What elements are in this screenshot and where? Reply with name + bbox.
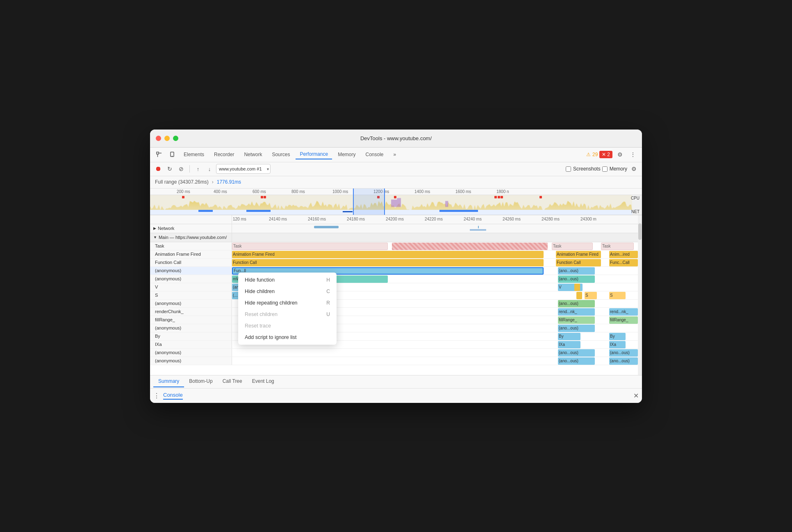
task-block-1[interactable]: Task [232,243,388,250]
download-button[interactable]: ↓ [205,164,214,174]
tab-event-log[interactable]: Event Log [247,376,279,387]
flame-label-task[interactable]: Task [150,242,232,250]
anon-3-block-2[interactable]: (ano...ous) [558,300,595,307]
context-menu-item-ignore-list[interactable]: Add script to ignore list [238,332,337,343]
task-block-red[interactable] [392,243,548,250]
scrollbar[interactable] [638,215,642,375]
flame-label-anon-2[interactable]: (anonymous) [150,275,232,283]
anon-4-block[interactable]: (ano...ous) [558,325,595,332]
flame-content-func-call[interactable]: Function Call Function Call Func...Call [232,259,642,266]
anon-5-block-2[interactable]: (ano...ous) [609,349,638,357]
device-icon[interactable] [166,149,178,160]
flame-label-anon-1[interactable]: (anonymous) [150,267,232,275]
record-button[interactable]: ⏺ [153,164,163,174]
animation-block-3[interactable]: Anim...ired [609,251,638,258]
by-block-3[interactable]: By [609,333,626,340]
flame-label-render[interactable]: renderChunk_ [150,308,232,316]
s-block-2[interactable]: S [585,292,597,299]
by-block-2[interactable]: By [558,333,580,340]
ruler-1400ms: 1400 ms [414,189,430,194]
screenshots-checkbox[interactable] [566,166,571,172]
ixa-block-3[interactable]: IXa [609,341,626,348]
minimize-button[interactable] [164,136,170,141]
flame-content-anon-6[interactable]: (ano...ous) (ano...ous) [232,357,642,365]
tab-summary[interactable]: Summary [153,376,184,387]
flame-content-task[interactable]: Task Task Task [232,242,642,250]
flame-label-anon-5[interactable]: (anonymous) [150,349,232,357]
inspect-icon[interactable] [153,149,165,160]
tab-elements[interactable]: Elements [180,150,208,159]
more-icon[interactable]: ⋮ [627,149,639,160]
settings-icon[interactable]: ⚙ [614,149,626,160]
flame-chart-container: 120 ms 24140 ms 24160 ms 24180 ms 24200 … [150,215,642,375]
flame-label-anon-4[interactable]: (anonymous) [150,324,232,332]
context-menu-item-hide-children[interactable]: Hide children C [238,286,337,297]
func-block-2[interactable]: Function Call [556,259,601,266]
fill-label-text: fillRange_ [155,317,175,322]
flame-label-v[interactable]: V [150,283,232,291]
screenshots-checkbox-wrap[interactable]: Screenshots [566,166,601,172]
s-block-3[interactable]: S [609,292,626,299]
anon-1-block-2[interactable]: (ano...ous) [558,267,595,275]
timeline-overview[interactable]: 200 ms 400 ms 600 ms 800 ms 1000 ms 1200… [150,189,642,215]
flame-row-ixa: IXa IXa IXa [150,341,642,349]
tab-network[interactable]: Network [240,150,266,159]
flame-label-s[interactable]: S [150,291,232,299]
red-marker-6 [494,196,497,198]
flame-label-animation[interactable]: Animation Frame Fired [150,250,232,258]
anon-6-block-2[interactable]: (ano...ous) [609,357,638,365]
func-block-3[interactable]: Func...Call [609,259,638,266]
timeline-selection[interactable] [353,189,385,215]
anon-6-block[interactable]: (ano...ous) [558,357,595,365]
tab-recorder[interactable]: Recorder [210,150,238,159]
render-block-2[interactable]: rend...nk_ [558,308,595,316]
anon-2-block-2[interactable]: (ano...ous) [558,275,595,283]
cpu-label: CPU [631,196,640,200]
error-badge[interactable]: ✕ 2 [599,151,612,158]
url-select[interactable]: www.youtube.com #1 [216,164,271,174]
console-dots-icon[interactable]: ⋮ [153,392,160,400]
close-button[interactable] [156,136,161,141]
task-block-3[interactable]: Task [601,243,634,250]
render-block-3[interactable]: rend...nk_ [609,308,638,316]
tab-memory[interactable]: Memory [334,150,360,159]
ixa-block-2[interactable]: IXa [558,341,580,348]
tab-sources[interactable]: Sources [268,150,294,159]
func-block-1[interactable]: Function Call [232,259,544,266]
flame-label-by[interactable]: By [150,332,232,340]
console-close-icon[interactable]: ✕ [633,392,639,400]
fill-block-3[interactable]: fillRange_ [609,316,638,324]
flame-label-ixa[interactable]: IXa [150,341,232,348]
flame-label-func-call[interactable]: Function Call [150,259,232,266]
task-block-2[interactable]: Task [552,243,593,250]
scrollbar-thumb[interactable] [638,223,642,240]
animation-block-1[interactable]: Animation Frame Fired [232,251,544,258]
tab-more[interactable]: » [389,150,401,159]
fill-block-2[interactable]: fillRange_ [558,316,595,324]
context-menu-item-hide-function[interactable]: Hide function H [238,274,337,286]
tab-console[interactable]: Console [361,150,387,159]
context-menu-item-hide-repeating[interactable]: Hide repeating children R [238,297,337,309]
tab-performance[interactable]: Performance [296,150,332,159]
flame-content-anon-5[interactable]: (ano...ous) (ano...ous) [232,349,642,357]
warning-badge[interactable]: ⚠ 29 [586,152,598,157]
memory-checkbox-wrap[interactable]: Memory [602,166,627,172]
flame-label-fill[interactable]: fillRange_ [150,316,232,324]
flame-label-anon-6[interactable]: (anonymous) [150,357,232,365]
upload-button[interactable]: ↑ [193,164,203,174]
maximize-button[interactable] [173,136,178,141]
memory-checkbox[interactable] [602,166,608,172]
clear-button[interactable]: ⊘ [176,164,186,174]
console-tab-label[interactable]: Console [163,392,183,400]
flame-content-animation[interactable]: Animation Frame Fired Animation Frame Fi… [232,250,642,258]
main-section-label[interactable]: ▼ Main — https://www.youtube.com/ [150,233,232,242]
flame-row-by: By By By [150,332,642,341]
tab-bottom-up[interactable]: Bottom-Up [184,376,217,387]
reload-button[interactable]: ↻ [165,164,175,174]
animation-block-2[interactable]: Animation Frame Fired [556,251,601,258]
tab-call-tree[interactable]: Call Tree [218,376,247,387]
network-track-label[interactable]: ▶ Network [150,224,232,233]
anon-5-block[interactable]: (ano...ous) [558,349,595,357]
flame-label-anon-3[interactable]: (anonymous) [150,300,232,307]
settings-gear-icon[interactable]: ⚙ [629,164,639,174]
